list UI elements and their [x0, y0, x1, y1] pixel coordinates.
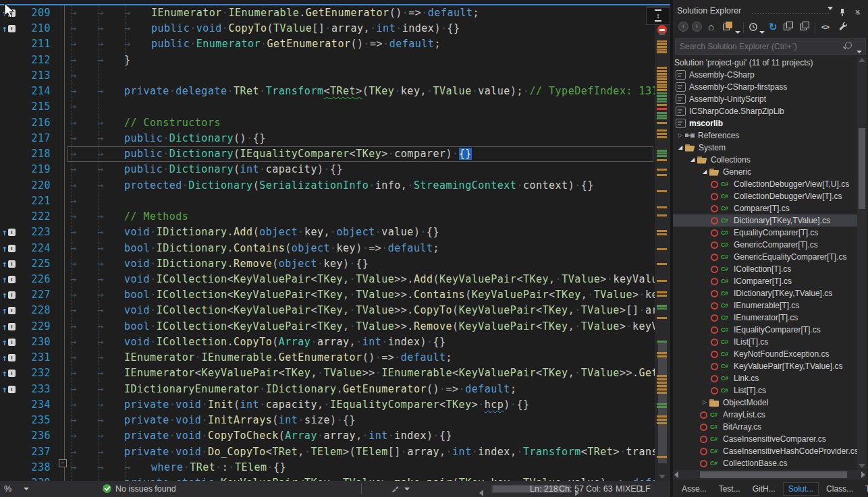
code-line[interactable]: 234→→private·void·Init(int·capacity,·IEq…	[0, 397, 655, 413]
code-line[interactable]: 238→→→where·TRet·:·TElem·{}	[0, 460, 655, 475]
tool-window-tab[interactable]: GitH...	[748, 483, 780, 495]
tree-item[interactable]: C#GenericComparer[T].cs	[673, 239, 857, 251]
collapse-arrow-icon[interactable]: ◢	[676, 142, 685, 154]
toolbar-overflow-icon[interactable]: »	[857, 9, 861, 22]
line-indicator[interactable]: Ln: 218	[530, 481, 558, 497]
expand-arrow-icon[interactable]: ▷	[700, 397, 709, 409]
collapse-arrow-icon[interactable]: ◢	[688, 154, 697, 166]
scroll-down-arrow[interactable]	[859, 464, 865, 468]
tree-item[interactable]: C#CaseInsensitiveComparer.cs	[673, 433, 857, 445]
tree-item[interactable]: Solution 'project-gui' (11 of 11 project…	[673, 57, 857, 69]
tool-window-tab[interactable]: Class...	[821, 483, 858, 495]
tree-item[interactable]: C#IDictionary[TKey,TValue].cs	[673, 287, 857, 299]
tree-item[interactable]: C#CollectionBase.cs	[673, 457, 857, 469]
tool-window-tab[interactable]: Tea...	[861, 483, 868, 495]
tree-item[interactable]: C#CollectionDebuggerView[T,U].cs	[673, 178, 857, 190]
code-line[interactable]: 217→→public·Dictionary()·{}	[0, 131, 655, 146]
pending-changes-filter-button[interactable]	[749, 22, 758, 34]
tree-item[interactable]: C#CollectionDebuggerView[T].cs	[673, 190, 857, 202]
char-indicator[interactable]: Ch: 57	[559, 481, 584, 497]
zoom-level-dropdown[interactable]: %	[4, 481, 29, 497]
code-line[interactable]: 214→→private·delegate·TRet·Transform<TRe…	[0, 84, 655, 99]
tree-item[interactable]: C#GenericEqualityComparer[T].cs	[673, 251, 857, 263]
home-button[interactable]: ⌂	[708, 22, 714, 34]
scroll-left-arrow[interactable]	[674, 471, 678, 478]
code-line[interactable]: 236→→private·void·CopyToCheck(Array·arra…	[0, 428, 655, 444]
tree-item[interactable]: C#BitArray.cs	[673, 421, 857, 433]
code-line[interactable]: ↑I209→→→IEnumerator·IEnumerable.GetEnume…	[0, 5, 655, 21]
properties-wrench-button[interactable]	[838, 21, 848, 33]
code-line[interactable]: 213→	[0, 68, 655, 84]
code-line[interactable]: ↑I233→→IDictionaryEnumerator·IDictionary…	[0, 382, 655, 397]
code-line[interactable]: 237−→→private·void·Do_CopyTo<TRet,·TElem…	[0, 444, 655, 460]
tree-item[interactable]: C#IEqualityComparer[T].cs	[673, 324, 857, 336]
scrollbar-thumb[interactable]	[859, 128, 865, 209]
tree-item[interactable]: ◢Collections	[673, 154, 857, 166]
tree-item[interactable]: ◢Generic	[673, 166, 857, 178]
column-indicator[interactable]: Col: 63	[586, 481, 613, 497]
tree-item[interactable]: ICSharpCode.SharpZipLib	[673, 105, 857, 117]
issues-indicator[interactable]: No issues found	[103, 481, 176, 497]
code-line[interactable]: 235→→private·void·InitArrays(int·size)·{…	[0, 413, 655, 428]
editor-vertical-scrollbar[interactable]: ↕	[655, 5, 670, 481]
refresh-button[interactable]: ↻	[769, 22, 778, 34]
search-icon[interactable]	[845, 42, 852, 49]
eol-indicator[interactable]: LF	[641, 481, 651, 497]
tree-item[interactable]: C#Comparer[T].cs	[673, 202, 857, 214]
code-line[interactable]: 212→→}	[0, 53, 655, 68]
view-code-button[interactable]: <>	[821, 22, 829, 34]
split-handle-icon[interactable]: ↕	[646, 6, 670, 25]
tool-window-tab[interactable]: Test...	[714, 483, 745, 495]
tree-item[interactable]: Assembly-CSharp	[673, 69, 857, 81]
tree-item-selected[interactable]: C#Dictionary[TKey,TValue].cs	[673, 214, 857, 227]
code-line[interactable]: 211→→→public·Enumerator·GetEnumerator()·…	[0, 36, 655, 52]
tree-item[interactable]: C#KeyNotFoundException.cs	[673, 348, 857, 360]
code-viewport[interactable]: ↑I209→→→IEnumerator·IEnumerable.GetEnume…	[0, 5, 655, 481]
tree-item[interactable]: C#IComparer[T].cs	[673, 275, 857, 287]
annotations-dropdown[interactable]	[390, 481, 410, 497]
scroll-right-arrow[interactable]	[861, 471, 865, 478]
code-editor[interactable]: ↑I209→→→IEnumerator·IEnumerable.GetEnume…	[0, 0, 670, 481]
tree-item[interactable]: C#IEnumerable[T].cs	[673, 299, 857, 312]
search-input[interactable]	[678, 40, 836, 53]
tree-item[interactable]: C#ArrayList.cs	[673, 409, 857, 421]
code-line[interactable]: 218→→public·Dictionary(IEqualityComparer…	[0, 146, 655, 162]
tree-item[interactable]: C#IList[T].cs	[673, 336, 857, 348]
code-line[interactable]: ↑I231→→IEnumerator·IEnumerable.GetEnumer…	[0, 350, 655, 366]
scrollbar-thumb[interactable]	[700, 471, 847, 478]
tree-item[interactable]: mscorlib	[673, 117, 857, 129]
code-line[interactable]: ↑I232→→IEnumerator<KeyValuePair<TKey,·TV…	[0, 366, 655, 381]
code-line[interactable]: ↑I223→→void·IDictionary.Add(object·key,·…	[0, 225, 655, 240]
encoding-indicator[interactable]: MIXED	[616, 481, 643, 497]
code-line[interactable]: ↑I229→→bool·ICollection<KeyValuePair<TKe…	[0, 319, 655, 334]
code-line[interactable]: 216→→// Constructors	[0, 115, 655, 131]
forward-button[interactable]: ›	[692, 22, 702, 32]
tree-item[interactable]: C#CaseInsensitiveHashCodeProvider.cs	[673, 445, 857, 457]
chevron-down-icon[interactable]	[759, 26, 765, 38]
tree-item[interactable]: ◢System	[673, 142, 857, 154]
tree-item[interactable]: Assembly-CSharp-firstpass	[673, 81, 857, 93]
code-line[interactable]: 239→→private·static·KeyValuePair<TKey,·T…	[0, 475, 655, 481]
tree-item[interactable]: C#Link.cs	[673, 372, 857, 384]
search-box[interactable]	[675, 38, 866, 55]
code-line[interactable]: 215→	[0, 99, 655, 115]
tree-item[interactable]: ▷ObjectModel	[673, 397, 857, 409]
code-line[interactable]: ↑I230→→void·ICollection.CopyTo(Array·arr…	[0, 334, 655, 350]
tree-item[interactable]: Assembly-UnityScript	[673, 93, 857, 105]
code-line[interactable]: ↑I228→→void·ICollection<KeyValuePair<TKe…	[0, 303, 655, 318]
tree-item[interactable]: C#EqualityComparer[T].cs	[673, 227, 857, 239]
code-line[interactable]: 222→→// Methods	[0, 209, 655, 225]
scrollbar-thumb[interactable]	[658, 342, 667, 463]
code-line[interactable]: ↑I227→→bool·ICollection<KeyValuePair<TKe…	[0, 287, 655, 303]
panel-title-bar[interactable]: Solution Explorer ×	[673, 4, 868, 19]
tree-item[interactable]: C#IEnumerator[T].cs	[673, 312, 857, 324]
tree-item[interactable]: C#KeyValuePair[TKey,TValue].cs	[673, 360, 857, 372]
hscroll-left-arrow[interactable]	[479, 486, 483, 497]
chevron-down-icon[interactable]	[735, 26, 740, 38]
code-lines[interactable]: ↑I209→→→IEnumerator·IEnumerable.GetEnume…	[0, 5, 655, 481]
back-button[interactable]: ‹	[678, 22, 688, 32]
collapse-arrow-icon[interactable]: ◢	[700, 166, 709, 178]
tool-window-tab-active[interactable]: Solut...	[783, 482, 819, 496]
code-line[interactable]: ↑I224→→bool·IDictionary.Contains(object·…	[0, 241, 655, 256]
pin-icon[interactable]	[838, 7, 846, 20]
